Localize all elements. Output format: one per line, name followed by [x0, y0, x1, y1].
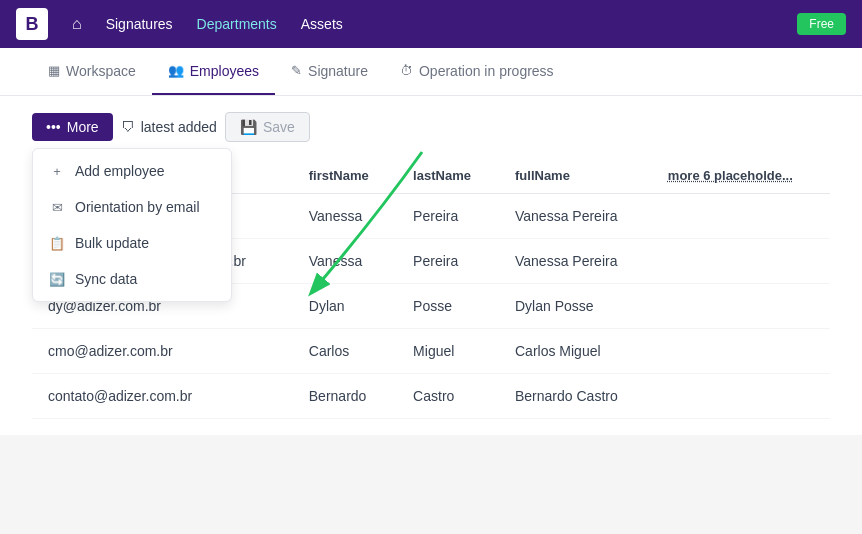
tab-workspace[interactable]: ▦ Workspace	[32, 48, 152, 95]
add-employee-label: Add employee	[75, 163, 165, 179]
orientation-email-label: Orientation by email	[75, 199, 200, 215]
tab-workspace-label: Workspace	[66, 63, 136, 79]
cell-firstname: Carlos	[293, 329, 397, 374]
workspace-icon: ▦	[48, 63, 60, 78]
table-row[interactable]: contato@adizer.com.brBernardoCastroBerna…	[32, 374, 830, 419]
cell-extra	[652, 329, 830, 374]
free-button[interactable]: Free	[797, 13, 846, 35]
cell-extra	[652, 194, 830, 239]
save-button[interactable]: 💾 Save	[225, 112, 310, 142]
tab-signature[interactable]: ✎ Signature	[275, 48, 384, 95]
cell-lastname: Pereira	[397, 194, 499, 239]
dropdown-menu: + Add employee ✉ Orientation by email 📋 …	[32, 148, 232, 302]
nav-departments[interactable]: Departments	[197, 16, 277, 32]
home-icon[interactable]: ⌂	[72, 15, 82, 33]
more-button[interactable]: ••• More	[32, 113, 113, 141]
top-nav: B ⌂ Signatures Departments Assets Free	[0, 0, 862, 48]
cell-extra	[652, 239, 830, 284]
cell-extra	[652, 374, 830, 419]
employees-icon: 👥	[168, 63, 184, 78]
filter-icon: ⛉	[121, 119, 135, 135]
sync-data-label: Sync data	[75, 271, 137, 287]
nav-assets[interactable]: Assets	[301, 16, 343, 32]
email-icon: ✉	[49, 200, 65, 215]
col-lastname: lastName	[397, 158, 499, 194]
tab-operation[interactable]: ⏱ Operation in progress	[384, 48, 570, 95]
filter-label: latest added	[141, 119, 217, 135]
cell-lastname: Castro	[397, 374, 499, 419]
bulk-update-label: Bulk update	[75, 235, 149, 251]
bulk-icon: 📋	[49, 236, 65, 251]
tab-employees[interactable]: 👥 Employees	[152, 48, 275, 95]
cell-fullname: Vanessa Pereira	[499, 194, 652, 239]
col-firstname: firstName	[293, 158, 397, 194]
toolbar: ••• More + Add employee ✉ Orientation by…	[32, 112, 830, 142]
orientation-email-item[interactable]: ✉ Orientation by email	[33, 189, 231, 225]
cell-email: contato@adizer.com.br	[32, 374, 293, 419]
main-content: ••• More + Add employee ✉ Orientation by…	[0, 96, 862, 435]
cell-lastname: Miguel	[397, 329, 499, 374]
col-fullname: fullName	[499, 158, 652, 194]
cell-firstname: Dylan	[293, 284, 397, 329]
cell-fullname: Bernardo Castro	[499, 374, 652, 419]
cell-firstname: Bernardo	[293, 374, 397, 419]
cell-fullname: Vanessa Pereira	[499, 239, 652, 284]
save-label: Save	[263, 119, 295, 135]
tab-signature-label: Signature	[308, 63, 368, 79]
bulk-update-item[interactable]: 📋 Bulk update	[33, 225, 231, 261]
cell-extra	[652, 284, 830, 329]
sync-data-item[interactable]: 🔄 Sync data	[33, 261, 231, 297]
cell-firstname: Vanessa	[293, 239, 397, 284]
save-icon: 💾	[240, 119, 257, 135]
filter-button[interactable]: ⛉ latest added	[121, 119, 217, 135]
cell-firstname: Vanessa	[293, 194, 397, 239]
col-more: more 6 placeholde...	[652, 158, 830, 194]
cell-lastname: Pereira	[397, 239, 499, 284]
table-row[interactable]: cmo@adizer.com.brCarlosMiguelCarlos Migu…	[32, 329, 830, 374]
cell-email: cmo@adizer.com.br	[32, 329, 293, 374]
tab-operation-label: Operation in progress	[419, 63, 554, 79]
cell-fullname: Dylan Posse	[499, 284, 652, 329]
signature-icon: ✎	[291, 63, 302, 78]
nav-signatures[interactable]: Signatures	[106, 16, 173, 32]
more-dots-icon: •••	[46, 119, 61, 135]
operation-icon: ⏱	[400, 63, 413, 78]
more-label: More	[67, 119, 99, 135]
sync-icon: 🔄	[49, 272, 65, 287]
add-employee-item[interactable]: + Add employee	[33, 153, 231, 189]
tab-bar: ▦ Workspace 👥 Employees ✎ Signature ⏱ Op…	[0, 48, 862, 96]
cell-lastname: Posse	[397, 284, 499, 329]
tab-employees-label: Employees	[190, 63, 259, 79]
app-logo: B	[16, 8, 48, 40]
add-icon: +	[49, 164, 65, 179]
cell-fullname: Carlos Miguel	[499, 329, 652, 374]
